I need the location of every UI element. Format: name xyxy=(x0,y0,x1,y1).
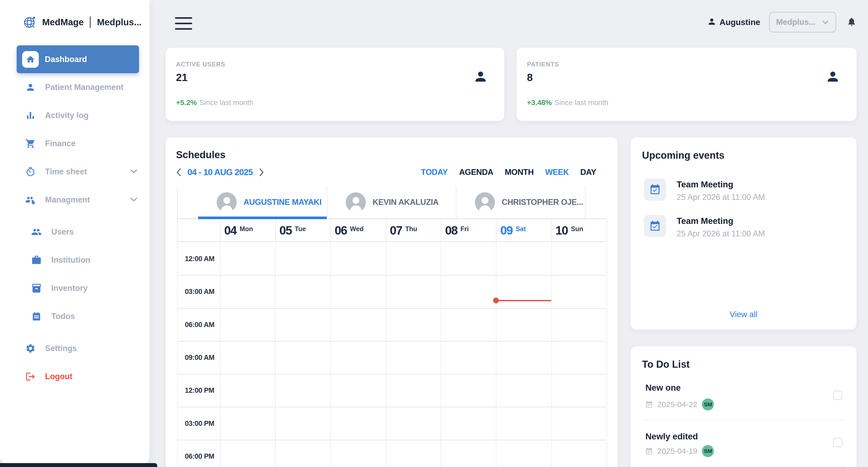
calendar-cell[interactable] xyxy=(220,276,276,308)
user-name: Augustine xyxy=(720,18,760,27)
calendar-cell[interactable] xyxy=(386,276,441,308)
sidebar-item-finance[interactable]: Finance xyxy=(0,129,149,158)
chevron-down-icon xyxy=(130,197,138,203)
day-header-mon: 04Mon xyxy=(220,219,276,241)
todo-list-item: Newly edited 2025-04-19 SM xyxy=(642,420,845,466)
event-list-item[interactable]: Team Meeting 25 Apr 2026 at 11:00 AM xyxy=(644,178,765,202)
calendar-cell[interactable] xyxy=(331,309,386,341)
calendar-cell[interactable] xyxy=(552,440,607,467)
sidebar-item-time-sheet[interactable]: Time sheet xyxy=(0,158,149,186)
sidebar-item-users[interactable]: Users xyxy=(0,218,149,246)
todo-checkbox[interactable] xyxy=(833,391,842,400)
calendar-cell[interactable] xyxy=(331,342,386,374)
view-button-week[interactable]: WEEK xyxy=(545,168,569,177)
calendar-cell[interactable] xyxy=(552,243,607,275)
calendar-cell[interactable] xyxy=(386,342,441,374)
next-week-button[interactable] xyxy=(258,168,264,177)
calendar-cell[interactable] xyxy=(276,243,331,275)
view-button-today[interactable]: TODAY xyxy=(421,168,448,177)
gear-icon xyxy=(25,343,36,354)
sidebar-item-todos[interactable]: Todos xyxy=(0,302,149,330)
calendar-row: 03:00 AM xyxy=(178,276,607,309)
calendar-cell[interactable] xyxy=(276,407,331,439)
sidebar-item-management[interactable]: Managment xyxy=(0,186,149,214)
prev-week-button[interactable] xyxy=(176,168,182,177)
calendar-cell[interactable] xyxy=(386,375,441,407)
calendar-cell[interactable] xyxy=(220,342,276,374)
calendar-cell[interactable] xyxy=(552,407,607,439)
day-header-sun: 10Sun xyxy=(552,219,607,241)
bar-chart-icon xyxy=(25,110,36,121)
calendar-cell[interactable] xyxy=(552,342,607,374)
calendar-cell[interactable] xyxy=(441,440,496,467)
sidebar-item-activity-log[interactable]: Activity log xyxy=(0,101,149,129)
calendar-cell[interactable] xyxy=(331,243,386,275)
calendar-cell[interactable] xyxy=(441,243,496,275)
view-all-link[interactable]: View all xyxy=(630,310,857,319)
calendar-row: 09:00 AM xyxy=(178,342,607,375)
schedules-card: Schedules 04 - 10 AUG 2025 TODAY AGENDA … xyxy=(165,137,618,467)
sidebar-item-dashboard[interactable]: Dashboard xyxy=(17,45,139,73)
calendar-cell[interactable] xyxy=(220,243,276,275)
todo-item-meta: 2025-04-19 SM xyxy=(645,445,714,457)
person-tab-christopher[interactable]: CHRISTOPHER OJE... xyxy=(456,186,586,218)
sidebar-item-label: Dashboard xyxy=(45,55,87,64)
user-icon xyxy=(707,17,716,27)
sidebar-item-logout[interactable]: Logout xyxy=(0,362,149,391)
calendar-cell[interactable] xyxy=(496,276,552,308)
calendar-cell[interactable] xyxy=(552,276,607,308)
time-label: 06:00 AM xyxy=(178,309,220,341)
sidebar-item-institution[interactable]: Institution xyxy=(0,246,149,274)
calendar-cell[interactable] xyxy=(496,440,552,467)
calendar-cell[interactable] xyxy=(386,440,441,467)
calendar-cell[interactable] xyxy=(386,243,441,275)
calendar-cell[interactable] xyxy=(220,440,276,467)
view-switcher: TODAY AGENDA MONTH WEEK DAY xyxy=(421,168,596,177)
calendar-cell[interactable] xyxy=(276,440,331,467)
calendar-cell[interactable] xyxy=(496,407,552,439)
sidebar-item-patient-management[interactable]: Patient Management xyxy=(0,73,149,101)
calendar-cell[interactable] xyxy=(496,342,552,374)
todo-title: To Do List xyxy=(642,359,690,370)
calendar-row: 12:00 AM xyxy=(178,243,607,276)
calendar-cell[interactable] xyxy=(331,440,386,467)
calendar-cell[interactable] xyxy=(220,407,276,439)
calendar-cell[interactable] xyxy=(441,276,496,308)
calendar-cell[interactable] xyxy=(276,276,331,308)
menu-toggle-button[interactable] xyxy=(175,17,193,30)
sidebar-item-settings[interactable]: Settings xyxy=(0,334,149,362)
calendar-cell[interactable] xyxy=(496,309,552,341)
sidebar: MedMage Medplus... Dashboard Patient Man… xyxy=(0,0,149,464)
calendar-cell[interactable] xyxy=(386,407,441,439)
time-label: 03:00 PM xyxy=(178,407,220,439)
calendar-cell[interactable] xyxy=(220,375,276,407)
sidebar-nav: Dashboard Patient Management Activity lo… xyxy=(0,45,149,391)
calendar-cell[interactable] xyxy=(441,375,496,407)
calendar-cell[interactable] xyxy=(331,375,386,407)
calendar-cell[interactable] xyxy=(496,243,552,275)
calendar-cell[interactable] xyxy=(276,342,331,374)
calendar-cell[interactable] xyxy=(331,276,386,308)
view-button-day[interactable]: DAY xyxy=(580,168,596,177)
notification-bell-icon[interactable] xyxy=(847,17,857,28)
view-button-month[interactable]: MONTH xyxy=(505,168,534,177)
person-tab-kevin[interactable]: KEVIN AKALUZIA xyxy=(327,186,456,218)
calendar-cell[interactable] xyxy=(331,407,386,439)
calendar-cell[interactable] xyxy=(552,309,607,341)
calendar-cell[interactable] xyxy=(441,407,496,439)
calendar-cell[interactable] xyxy=(220,309,276,341)
calendar-cell[interactable] xyxy=(496,375,552,407)
event-list-item[interactable]: Team Meeting 25 Apr 2026 at 11:00 AM xyxy=(644,215,765,238)
calendar-row: 06:00 PM xyxy=(178,440,607,467)
sidebar-item-inventory[interactable]: Inventory xyxy=(0,274,149,302)
calendar-cell[interactable] xyxy=(441,342,496,374)
view-button-agenda[interactable]: AGENDA xyxy=(459,168,493,177)
org-select-dropdown[interactable]: Medplus... xyxy=(769,12,836,33)
calendar-cell[interactable] xyxy=(276,375,331,407)
calendar-cell[interactable] xyxy=(552,375,607,407)
calendar-cell[interactable] xyxy=(441,309,496,341)
todo-checkbox[interactable] xyxy=(833,438,842,447)
calendar-cell[interactable] xyxy=(386,309,441,341)
calendar-cell[interactable] xyxy=(276,309,331,341)
person-tab-augustine[interactable]: AUGUSTINE MAYAKI xyxy=(198,186,327,218)
